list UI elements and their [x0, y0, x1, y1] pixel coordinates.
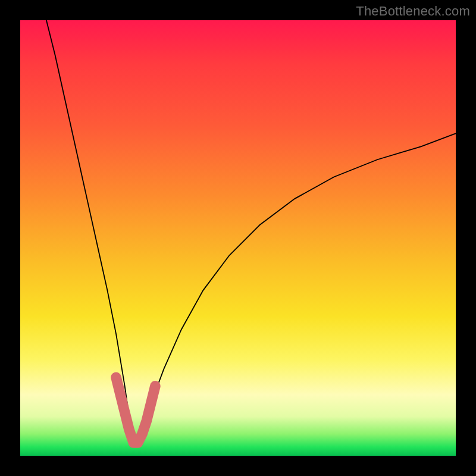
curve-svg: [20, 20, 456, 456]
bottleneck-curve: [46, 20, 456, 443]
accent-band: [116, 377, 155, 443]
plot-area: [20, 20, 456, 456]
chart-frame: TheBottleneck.com: [0, 0, 476, 476]
watermark-text: TheBottleneck.com: [356, 4, 470, 19]
